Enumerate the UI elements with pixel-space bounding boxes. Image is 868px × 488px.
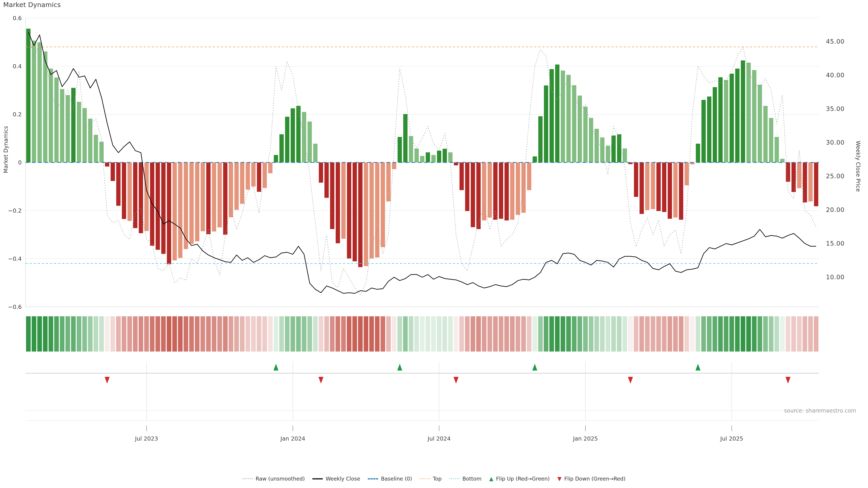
heat-cell bbox=[414, 316, 419, 352]
dynamics-bar bbox=[730, 74, 734, 162]
dynamics-bar bbox=[752, 70, 756, 162]
right-tick-label: 40.00 bbox=[826, 72, 844, 78]
dynamics-bar bbox=[49, 69, 53, 162]
legend-item: Top bbox=[420, 476, 442, 482]
dynamics-bar bbox=[83, 108, 87, 162]
right-tick-label: 35.00 bbox=[826, 105, 844, 112]
flip-down-marker bbox=[318, 377, 323, 384]
right-tick-label: 10.00 bbox=[826, 273, 844, 281]
dynamics-bar bbox=[532, 156, 537, 162]
heat-cell bbox=[808, 316, 813, 352]
heat-cell bbox=[426, 316, 430, 352]
heat-cell bbox=[32, 316, 36, 352]
dynamics-bar bbox=[538, 116, 542, 163]
flip-marker-panel bbox=[26, 361, 819, 421]
heat-cell bbox=[420, 316, 425, 352]
dynamics-bar bbox=[235, 162, 239, 210]
dynamics-bar bbox=[426, 152, 430, 162]
heat-cell bbox=[690, 316, 695, 352]
heat-cell bbox=[679, 316, 684, 352]
heat-cell bbox=[769, 316, 774, 352]
dynamics-bar bbox=[139, 162, 143, 233]
dynamics-bar bbox=[527, 162, 531, 190]
heat-cell bbox=[60, 316, 65, 352]
legend-label: Flip Down (Green→Red) bbox=[564, 476, 625, 482]
heat-cell bbox=[364, 316, 368, 352]
heat-cell bbox=[757, 316, 762, 352]
heat-cell bbox=[561, 316, 565, 352]
heat-cell bbox=[76, 316, 81, 352]
heat-cell bbox=[217, 316, 222, 352]
dynamics-bar bbox=[370, 162, 374, 258]
dynamics-bar bbox=[94, 135, 98, 163]
dynamics-bar bbox=[285, 117, 289, 162]
heat-cell bbox=[285, 316, 289, 352]
dynamics-bar bbox=[656, 162, 661, 211]
dynamics-bar bbox=[279, 134, 284, 162]
heat-cell bbox=[622, 316, 627, 352]
heat-cell bbox=[138, 316, 143, 352]
heat-cell bbox=[707, 316, 712, 352]
dynamics-bar bbox=[111, 162, 115, 181]
heat-cell bbox=[780, 316, 785, 352]
legend-swatch-icon bbox=[420, 478, 430, 479]
heat-cell bbox=[538, 316, 543, 352]
heat-cell bbox=[730, 316, 734, 352]
chart-canvas: 0.60.40.20−0.2−0.4−0.645.0040.0035.0030.… bbox=[0, 0, 868, 488]
dynamics-bar bbox=[240, 162, 244, 204]
heat-cell bbox=[712, 316, 717, 352]
heat-cell bbox=[94, 316, 98, 352]
heat-cell bbox=[375, 316, 380, 352]
heat-cell bbox=[150, 316, 155, 352]
dynamics-bar bbox=[617, 134, 621, 162]
heat-cell bbox=[499, 316, 503, 352]
heat-cell bbox=[133, 316, 138, 352]
heat-cell bbox=[262, 316, 267, 352]
heat-cell bbox=[381, 316, 385, 352]
legend-item: Bottom bbox=[450, 476, 482, 482]
dynamics-bar bbox=[431, 155, 436, 162]
heat-cell bbox=[504, 316, 509, 352]
heat-cell bbox=[228, 316, 233, 352]
signal-heat-strip bbox=[26, 316, 818, 352]
dynamics-bar bbox=[561, 70, 565, 162]
right-axis-title: Weekly Close Price bbox=[855, 110, 861, 223]
dynamics-bar bbox=[156, 162, 160, 250]
heat-cell bbox=[336, 316, 340, 352]
heat-cell bbox=[752, 316, 757, 352]
dynamics-bar bbox=[583, 107, 587, 162]
dynamics-bar bbox=[54, 77, 59, 162]
heat-cell bbox=[369, 316, 374, 352]
heat-cell bbox=[99, 316, 104, 352]
x-tick-label: Jan 2025 bbox=[572, 435, 598, 442]
heat-cell bbox=[352, 316, 357, 352]
dynamics-bar bbox=[735, 69, 740, 162]
right-tick-label: 20.00 bbox=[826, 206, 844, 213]
heat-cell bbox=[696, 316, 701, 352]
right-tick-label: 25.00 bbox=[826, 173, 844, 180]
heat-cell bbox=[746, 316, 751, 352]
flip-down-marker bbox=[454, 377, 458, 384]
heat-cell bbox=[589, 316, 594, 352]
dynamics-bar bbox=[707, 96, 711, 162]
dynamics-bar bbox=[352, 162, 357, 261]
heat-cell bbox=[144, 316, 149, 352]
dynamics-bar bbox=[167, 162, 171, 264]
left-tick-label: 0.2 bbox=[13, 111, 22, 118]
left-tick-label: 0.6 bbox=[13, 15, 22, 22]
heat-cell bbox=[82, 316, 87, 352]
heat-cell bbox=[662, 316, 666, 352]
dynamics-bar bbox=[724, 80, 728, 162]
dynamics-bar bbox=[471, 162, 475, 227]
heat-cell bbox=[724, 316, 728, 352]
heat-cell bbox=[71, 316, 76, 352]
heat-cell bbox=[200, 316, 205, 352]
dynamics-bar bbox=[758, 85, 762, 162]
dynamics-bar bbox=[550, 69, 554, 162]
heat-cell bbox=[555, 316, 560, 352]
dynamics-bar bbox=[358, 162, 363, 267]
dynamics-bar bbox=[268, 162, 272, 173]
heat-cell bbox=[454, 316, 458, 352]
dynamics-bar bbox=[797, 162, 801, 188]
right-tick-label: 30.00 bbox=[826, 139, 844, 146]
